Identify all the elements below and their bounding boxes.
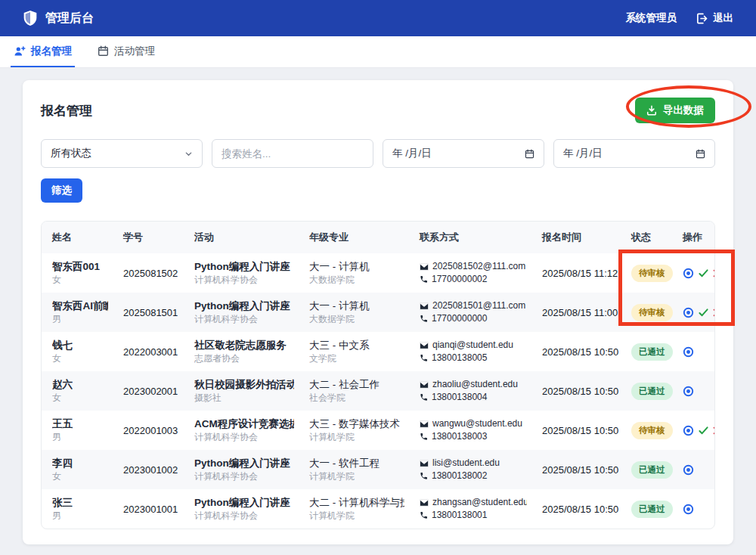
eye-icon: [683, 425, 694, 436]
view-button[interactable]: [683, 425, 694, 436]
student-id: 2022001003: [123, 425, 179, 436]
calendar-icon: [98, 45, 109, 57]
top-bar: 管理后台 系统管理员 退出: [0, 0, 756, 36]
grade-major: 大二 - 社会工作: [309, 378, 404, 392]
x-icon: [713, 426, 715, 435]
email-value: zhangsan@student.edu: [432, 496, 527, 509]
registration-time: 2025/08/15 10:50: [542, 425, 616, 436]
college: 社会学院: [309, 392, 404, 405]
phone-value: 13800138001: [432, 509, 487, 522]
phone-value: 13800138004: [432, 391, 487, 404]
tab-activity-management[interactable]: 活动管理: [94, 36, 158, 67]
table-row: 钱七 女 2022003001 社区敬老院志愿服务 志愿者协会 大三 - 中文系…: [42, 332, 715, 371]
filter-bar: 所有状态 年 /月/日 年 /月/日: [41, 139, 715, 168]
reject-button[interactable]: [713, 309, 715, 317]
filter-button[interactable]: 筛选: [41, 178, 82, 203]
phone-value: 13800138005: [432, 352, 487, 364]
date-from-input[interactable]: 年 /月/日: [383, 139, 544, 168]
registration-time: 2025/08/15 10:50: [542, 346, 616, 358]
approve-button[interactable]: [699, 268, 708, 278]
person-add-icon: [14, 45, 26, 57]
email-icon: [420, 381, 429, 389]
status-filter-select[interactable]: 所有状态: [41, 139, 203, 168]
phone-icon: [420, 472, 428, 480]
approve-button[interactable]: [699, 308, 708, 318]
view-button[interactable]: [683, 464, 694, 476]
student-id: 2023001001: [123, 504, 179, 515]
email-icon: [420, 263, 429, 271]
tab-bar: 报名管理 活动管理: [0, 36, 756, 68]
activity-name: Python编程入门讲座: [194, 260, 294, 274]
registration-time: 2025/08/15 10:50: [542, 504, 616, 515]
registration-time: 2025/08/15 11:12: [542, 268, 616, 279]
table-header-row: 姓名 学号 活动 年级专业 联系方式 报名时间 状态 操作: [42, 222, 715, 253]
tab-registration-management[interactable]: 报名管理: [11, 36, 75, 67]
status-badge: 已通过: [631, 461, 673, 479]
col-header-student-id: 学号: [116, 222, 187, 253]
check-icon: [699, 268, 708, 278]
student-name: 智东西001: [52, 260, 108, 274]
registration-time: 2025/08/15 10:50: [542, 464, 616, 476]
table-row: 智东西AI前瞻 男 2025081501 Python编程入门讲座 计算机科学协…: [42, 293, 715, 332]
phone-value: 17700000002: [432, 273, 487, 286]
student-gender: 女: [52, 392, 108, 405]
col-header-grade-major: 年级专业: [302, 222, 412, 253]
date-to-input[interactable]: 年 /月/日: [553, 139, 715, 168]
app-title: 管理后台: [45, 11, 94, 26]
grade-major: 大一 - 软件工程: [309, 457, 404, 470]
email-value: zhaoliu@student.edu: [432, 378, 518, 391]
col-header-actions: 操作: [675, 222, 715, 253]
email-icon: [420, 499, 429, 507]
table-row: 智东西001 女 2025081502 Python编程入门讲座 计算机科学协会…: [42, 253, 715, 293]
status-badge: 已通过: [631, 501, 673, 518]
student-name: 张三: [52, 496, 108, 510]
status-badge: 已通过: [631, 383, 673, 400]
view-button[interactable]: [683, 268, 694, 279]
search-name-input[interactable]: [212, 139, 373, 168]
reject-button[interactable]: [713, 269, 715, 278]
student-gender: 女: [52, 352, 108, 365]
col-header-activity: 活动: [187, 222, 302, 253]
registrations-table: 姓名 学号 活动 年级专业 联系方式 报名时间 状态 操作 智东西001 女 2…: [41, 221, 715, 529]
activity-name: 秋日校园摄影外拍活动: [194, 378, 294, 392]
grade-major: 大三 - 中文系: [309, 339, 404, 352]
email-value: 2025081501@111.com: [432, 299, 525, 312]
eye-icon: [683, 464, 694, 476]
college: 文学院: [309, 352, 404, 365]
approve-button[interactable]: [699, 426, 708, 436]
view-button[interactable]: [683, 504, 694, 515]
calendar-icon: [525, 149, 534, 159]
phone-value: 13800138003: [432, 430, 487, 443]
grade-major: 大一 - 计算机: [309, 299, 404, 313]
phone-value: 17700000000: [432, 312, 487, 325]
college: 计算机学院: [309, 431, 404, 444]
eye-icon: [683, 268, 694, 279]
activity-name: Python编程入门讲座: [194, 299, 294, 313]
shield-icon: [23, 10, 38, 26]
calendar-icon: [696, 149, 705, 159]
view-button[interactable]: [683, 386, 694, 397]
activity-name: Python编程入门讲座: [194, 457, 294, 470]
reject-button[interactable]: [713, 426, 715, 435]
phone-icon: [420, 393, 428, 402]
phone-icon: [420, 315, 428, 323]
activity-organizer: 计算机科学协会: [194, 274, 294, 287]
email-value: lisi@student.edu: [432, 457, 500, 470]
view-button[interactable]: [683, 346, 694, 358]
activity-organizer: 志愿者协会: [194, 352, 294, 365]
phone-icon: [420, 275, 428, 284]
view-button[interactable]: [683, 307, 694, 318]
activity-name: Python编程入门讲座: [194, 496, 294, 510]
student-name: 李四: [52, 457, 108, 470]
export-data-button[interactable]: 导出数据: [635, 98, 715, 123]
student-gender: 女: [52, 274, 108, 287]
status-badge: 已通过: [631, 343, 673, 361]
logout-button[interactable]: 退出: [696, 11, 733, 25]
student-name: 钱七: [52, 339, 108, 352]
email-value: 2025081502@111.com: [432, 260, 525, 273]
tab-label: 报名管理: [31, 45, 72, 58]
eye-icon: [683, 307, 694, 318]
main-content: 报名管理 导出数据 所有状态 年 /月/日: [0, 68, 756, 544]
student-gender: 女: [52, 470, 108, 483]
grade-major: 大三 - 数字媒体技术: [309, 417, 404, 431]
